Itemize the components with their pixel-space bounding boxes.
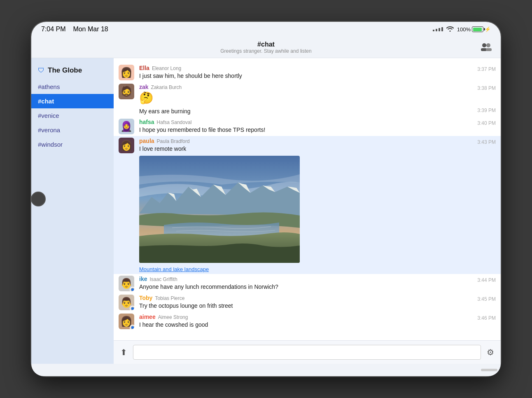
sidebar: 🛡 The Globe #athens #chat #venice #veron… <box>31 58 114 364</box>
sender-fullname: Isaac Griffith <box>149 276 177 282</box>
sender-name: zak <box>139 84 149 90</box>
message-time: 3:39 PM <box>477 108 496 113</box>
home-button[interactable] <box>31 192 46 206</box>
message-body-paula: paula Paula Bradford I love remote work <box>139 138 494 272</box>
message-body-zak: zak Zakaria Burch 🤔 <box>139 84 494 105</box>
sender-fullname: Eleanor Long <box>152 66 181 71</box>
avatar-col-paula: 👩 <box>119 138 135 272</box>
svg-rect-2 <box>481 48 487 51</box>
channel-name: #chat <box>220 41 311 48</box>
message-body-ike: ike Isaac Griffith Anyone have any lunch… <box>139 276 494 291</box>
avatar: 👨 <box>119 295 134 310</box>
sender-name: Toby <box>139 295 152 301</box>
message-body-ella: Ella Eleanor Long I just saw him, he sho… <box>139 65 494 80</box>
channel-list: #athens #chat #venice #verona #windsor <box>31 78 114 153</box>
status-icons: 100% ⚡ <box>433 26 491 33</box>
message-text: I just saw him, he should be here shortl… <box>139 72 494 80</box>
image-landscape <box>139 156 300 263</box>
sender-name: hafsa <box>139 119 154 125</box>
message-time: 3:43 PM <box>477 139 496 145</box>
message-text: Anyone have any lunch recommendations in… <box>139 283 494 291</box>
message-text: I hope you remembered to file those TPS … <box>139 126 494 134</box>
message-text: I hear the cowshed is good <box>139 321 494 329</box>
workspace-title: The Globe <box>48 66 82 75</box>
message-input[interactable] <box>133 345 481 360</box>
channel-header-center: #chat Greetings stranger. Stay awhile an… <box>220 41 311 54</box>
table-row: 👨 Toby Tobias Pierce Try the octopus lou… <box>114 293 501 312</box>
image-caption[interactable]: Mountain and lake landscape <box>139 266 304 272</box>
avatar-col-zak: 🧔 <box>119 84 135 105</box>
message-header: Toby Tobias Pierce <box>139 295 494 301</box>
message-header: ike Isaac Griffith <box>139 276 494 282</box>
table-row: 👨 ike Isaac Griffith Anyone have any lun… <box>114 274 501 293</box>
table-row: 🧔 zak Zakaria Burch 🤔 3:38 PM <box>114 82 501 107</box>
message-time: 3:46 PM <box>477 315 496 321</box>
message-time: 3:45 PM <box>477 296 496 302</box>
shield-icon: 🛡 <box>38 67 44 74</box>
sender-fullname: Paula Bradford <box>157 138 190 144</box>
sidebar-item-verona[interactable]: #verona <box>31 123 114 137</box>
message-time: 3:37 PM <box>477 66 496 72</box>
avatar-col-ella: 👩 <box>119 65 135 80</box>
avatar: 👩 <box>119 65 134 80</box>
avatar-col-aimee: 👩 <box>119 314 135 329</box>
time: 7:04 PM <box>41 26 66 33</box>
channel-subtitle: Greetings stranger. Stay awhile and list… <box>220 48 311 54</box>
sender-name: aimee <box>139 314 156 320</box>
status-bar: 7:04 PM Mon Mar 18 100% ⚡ <box>31 22 501 37</box>
sender-name: Ella <box>139 65 149 71</box>
members-icon[interactable] <box>480 42 492 52</box>
tablet-frame: 7:04 PM Mon Mar 18 100% ⚡ <box>31 22 501 376</box>
message-text: Try the octopus lounge on frith street <box>139 302 494 310</box>
bottom-bar <box>31 364 501 376</box>
battery: 100% ⚡ <box>457 26 491 33</box>
message-header: hafsa Hafsa Sandoval <box>139 119 494 125</box>
sidebar-item-athens[interactable]: #athens <box>31 80 114 94</box>
message-body-aimee: aimee Aimee Strong I hear the cowshed is… <box>139 314 494 329</box>
messages-list: 👩 Ella Eleanor Long I just saw him, he s… <box>114 58 501 340</box>
battery-percent: 100% <box>457 26 471 33</box>
avatar: 👩 <box>119 314 134 329</box>
wifi-icon <box>446 26 454 33</box>
scrollbar-thumb[interactable] <box>481 369 497 371</box>
chat-wrapper: 👩 Ella Eleanor Long I just saw him, he s… <box>114 58 501 364</box>
date: Mon Mar 18 <box>73 26 108 33</box>
sidebar-item-chat[interactable]: #chat <box>31 94 114 108</box>
avatar: 👩 <box>119 138 134 153</box>
input-area: ⬆ ⚙ <box>114 340 501 364</box>
table-row: 🧕 hafsa Hafsa Sandoval I hope you rememb… <box>114 117 501 136</box>
channel-header-right[interactable] <box>480 42 492 53</box>
battery-icon <box>472 26 483 32</box>
message-header: aimee Aimee Strong <box>139 314 494 320</box>
image-attachment: Mountain and lake landscape <box>139 156 304 272</box>
message-text-emoji: 🤔 <box>139 91 494 105</box>
svg-point-1 <box>486 43 490 47</box>
message-header: zak Zakaria Burch <box>139 84 494 90</box>
message-time: 3:38 PM <box>477 85 496 91</box>
message-time: 3:44 PM <box>477 277 496 283</box>
sidebar-item-windsor[interactable]: #windsor <box>31 137 114 152</box>
table-row: 👩 paula Paula Bradford I love remote wor… <box>114 136 501 274</box>
svg-rect-3 <box>486 48 492 51</box>
message-header: Ella Eleanor Long <box>139 65 494 71</box>
avatar: 👨 <box>119 276 134 291</box>
upload-button[interactable]: ⬆ <box>119 346 129 359</box>
settings-button[interactable]: ⚙ <box>485 346 496 359</box>
sender-name: paula <box>139 138 154 144</box>
sender-fullname: Zakaria Burch <box>151 84 182 90</box>
svg-point-0 <box>482 43 486 47</box>
sender-name: ike <box>139 276 147 282</box>
message-text: I love remote work <box>139 145 494 153</box>
table-row: 👩 aimee Aimee Strong I hear the cowshed … <box>114 312 501 331</box>
avatar-col-toby: 👨 <box>119 295 135 310</box>
main-content: 🛡 The Globe #athens #chat #venice #veron… <box>31 58 501 364</box>
channel-header: #chat Greetings stranger. Stay awhile an… <box>31 37 501 58</box>
message-body-toby: Toby Tobias Pierce Try the octopus loung… <box>139 295 494 310</box>
sender-fullname: Tobias Pierce <box>155 295 184 301</box>
avatar: 🧕 <box>119 119 134 134</box>
message-header: paula Paula Bradford <box>139 138 494 144</box>
avatar: 🧔 <box>119 84 134 99</box>
signal-icon <box>433 27 443 31</box>
table-row: My ears are burning 3:39 PM <box>114 107 501 117</box>
sidebar-item-venice[interactable]: #venice <box>31 108 114 123</box>
